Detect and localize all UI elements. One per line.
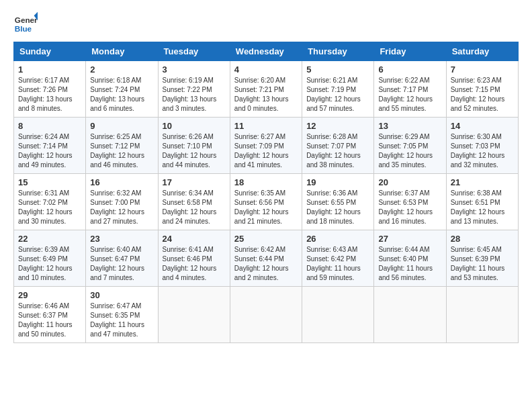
- day-number: 18: [234, 177, 298, 187]
- day-info: Sunrise: 6:17 AMSunset: 7:26 PMDaylight:…: [18, 77, 73, 112]
- calendar-week-row: 15 Sunrise: 6:31 AMSunset: 7:02 PMDaylig…: [14, 174, 519, 230]
- day-number: 19: [306, 177, 369, 187]
- day-info: Sunrise: 6:43 AMSunset: 6:42 PMDaylight:…: [306, 246, 361, 281]
- calendar-day-cell: 9 Sunrise: 6:25 AMSunset: 7:12 PMDayligh…: [86, 118, 158, 174]
- day-info: Sunrise: 6:20 AMSunset: 7:21 PMDaylight:…: [234, 77, 289, 112]
- day-info: Sunrise: 6:29 AMSunset: 7:05 PMDaylight:…: [378, 133, 433, 169]
- day-info: Sunrise: 6:22 AMSunset: 7:17 PMDaylight:…: [378, 77, 433, 112]
- day-info: Sunrise: 6:44 AMSunset: 6:40 PMDaylight:…: [378, 246, 433, 281]
- day-info: Sunrise: 6:31 AMSunset: 7:02 PMDaylight:…: [18, 189, 73, 225]
- calendar-day-cell: 25 Sunrise: 6:42 AMSunset: 6:44 PMDaylig…: [230, 230, 302, 287]
- day-info: Sunrise: 6:42 AMSunset: 6:44 PMDaylight:…: [234, 246, 289, 281]
- calendar-day-cell: 22 Sunrise: 6:39 AMSunset: 6:49 PMDaylig…: [14, 230, 86, 287]
- calendar-day-cell: 8 Sunrise: 6:24 AMSunset: 7:14 PMDayligh…: [14, 118, 86, 174]
- day-info: Sunrise: 6:35 AMSunset: 6:56 PMDaylight:…: [234, 189, 289, 225]
- calendar-day-cell: 15 Sunrise: 6:31 AMSunset: 7:02 PMDaylig…: [14, 174, 86, 230]
- calendar-day-cell: 17 Sunrise: 6:34 AMSunset: 6:58 PMDaylig…: [158, 174, 230, 230]
- calendar-day-cell: 18 Sunrise: 6:35 AMSunset: 6:56 PMDaylig…: [230, 174, 302, 230]
- day-info: Sunrise: 6:28 AMSunset: 7:07 PMDaylight:…: [306, 133, 361, 169]
- day-number: 21: [451, 177, 514, 187]
- day-number: 24: [163, 234, 226, 244]
- calendar-day-cell: [374, 287, 446, 343]
- day-info: Sunrise: 6:27 AMSunset: 7:09 PMDaylight:…: [234, 133, 289, 169]
- day-number: 2: [90, 64, 153, 75]
- calendar-day-cell: 14 Sunrise: 6:30 AMSunset: 7:03 PMDaylig…: [446, 118, 518, 174]
- calendar-day-cell: 30 Sunrise: 6:47 AMSunset: 6:35 PMDaylig…: [86, 287, 158, 343]
- calendar-day-cell: [158, 287, 230, 343]
- calendar-day-cell: 3 Sunrise: 6:19 AMSunset: 7:22 PMDayligh…: [158, 61, 230, 118]
- calendar-week-row: 29 Sunrise: 6:46 AMSunset: 6:37 PMDaylig…: [14, 287, 519, 343]
- day-number: 11: [234, 121, 298, 131]
- day-number: 7: [451, 64, 514, 75]
- weekday-header-saturday: Saturday: [446, 42, 518, 61]
- calendar-week-row: 22 Sunrise: 6:39 AMSunset: 6:49 PMDaylig…: [14, 230, 519, 287]
- day-info: Sunrise: 6:47 AMSunset: 6:35 PMDaylight:…: [90, 302, 144, 338]
- day-info: Sunrise: 6:38 AMSunset: 6:51 PMDaylight:…: [451, 189, 505, 225]
- calendar-header-row: SundayMondayTuesdayWednesdayThursdayFrid…: [14, 42, 519, 61]
- calendar-week-row: 1 Sunrise: 6:17 AMSunset: 7:26 PMDayligh…: [14, 61, 519, 118]
- day-info: Sunrise: 6:26 AMSunset: 7:10 PMDaylight:…: [163, 133, 217, 169]
- day-number: 20: [378, 177, 441, 187]
- day-number: 9: [90, 121, 153, 131]
- day-info: Sunrise: 6:36 AMSunset: 6:55 PMDaylight:…: [306, 189, 361, 225]
- calendar-day-cell: 5 Sunrise: 6:21 AMSunset: 7:19 PMDayligh…: [302, 61, 374, 118]
- day-info: Sunrise: 6:39 AMSunset: 6:49 PMDaylight:…: [18, 246, 73, 281]
- day-info: Sunrise: 6:34 AMSunset: 6:58 PMDaylight:…: [163, 189, 217, 225]
- logo: General Blue: [13, 11, 38, 35]
- calendar-day-cell: 26 Sunrise: 6:43 AMSunset: 6:42 PMDaylig…: [302, 230, 374, 287]
- day-info: Sunrise: 6:46 AMSunset: 6:37 PMDaylight:…: [18, 302, 73, 338]
- day-number: 23: [90, 234, 153, 244]
- day-number: 17: [163, 177, 226, 187]
- weekday-header-friday: Friday: [374, 42, 446, 61]
- day-number: 22: [18, 234, 81, 244]
- svg-text:General: General: [15, 15, 38, 24]
- weekday-header-thursday: Thursday: [302, 42, 374, 61]
- calendar-day-cell: 27 Sunrise: 6:44 AMSunset: 6:40 PMDaylig…: [374, 230, 446, 287]
- day-number: 27: [378, 234, 441, 244]
- calendar-day-cell: 20 Sunrise: 6:37 AMSunset: 6:53 PMDaylig…: [374, 174, 446, 230]
- calendar-table: SundayMondayTuesdayWednesdayThursdayFrid…: [13, 42, 519, 343]
- calendar-day-cell: 29 Sunrise: 6:46 AMSunset: 6:37 PMDaylig…: [14, 287, 86, 343]
- calendar-day-cell: 1 Sunrise: 6:17 AMSunset: 7:26 PMDayligh…: [14, 61, 86, 118]
- day-number: 29: [18, 290, 81, 300]
- day-number: 8: [18, 121, 81, 131]
- day-info: Sunrise: 6:25 AMSunset: 7:12 PMDaylight:…: [90, 133, 144, 169]
- calendar-day-cell: 13 Sunrise: 6:29 AMSunset: 7:05 PMDaylig…: [374, 118, 446, 174]
- day-number: 16: [90, 177, 153, 187]
- weekday-header-tuesday: Tuesday: [158, 42, 230, 61]
- day-number: 30: [90, 290, 153, 300]
- day-number: 1: [18, 64, 81, 75]
- calendar-day-cell: 28 Sunrise: 6:45 AMSunset: 6:39 PMDaylig…: [446, 230, 518, 287]
- day-info: Sunrise: 6:30 AMSunset: 7:03 PMDaylight:…: [451, 133, 505, 169]
- weekday-header-wednesday: Wednesday: [230, 42, 302, 61]
- day-info: Sunrise: 6:41 AMSunset: 6:46 PMDaylight:…: [163, 246, 217, 281]
- day-info: Sunrise: 6:21 AMSunset: 7:19 PMDaylight:…: [306, 77, 361, 112]
- calendar-day-cell: [230, 287, 302, 343]
- day-info: Sunrise: 6:32 AMSunset: 7:00 PMDaylight:…: [90, 189, 144, 225]
- day-number: 6: [378, 64, 441, 75]
- calendar-day-cell: 24 Sunrise: 6:41 AMSunset: 6:46 PMDaylig…: [158, 230, 230, 287]
- calendar-day-cell: 23 Sunrise: 6:40 AMSunset: 6:47 PMDaylig…: [86, 230, 158, 287]
- day-number: 28: [451, 234, 514, 244]
- day-number: 12: [306, 121, 369, 131]
- day-info: Sunrise: 6:45 AMSunset: 6:39 PMDaylight:…: [451, 246, 505, 281]
- calendar-day-cell: 10 Sunrise: 6:26 AMSunset: 7:10 PMDaylig…: [158, 118, 230, 174]
- day-number: 3: [163, 64, 226, 75]
- calendar-day-cell: [302, 287, 374, 343]
- calendar-day-cell: 7 Sunrise: 6:23 AMSunset: 7:15 PMDayligh…: [446, 61, 518, 118]
- logo-icon: General Blue: [13, 11, 38, 35]
- day-info: Sunrise: 6:19 AMSunset: 7:22 PMDaylight:…: [163, 77, 217, 112]
- day-info: Sunrise: 6:18 AMSunset: 7:24 PMDaylight:…: [90, 77, 144, 112]
- calendar-day-cell: 4 Sunrise: 6:20 AMSunset: 7:21 PMDayligh…: [230, 61, 302, 118]
- calendar-day-cell: 21 Sunrise: 6:38 AMSunset: 6:51 PMDaylig…: [446, 174, 518, 230]
- day-number: 25: [234, 234, 298, 244]
- calendar-day-cell: 19 Sunrise: 6:36 AMSunset: 6:55 PMDaylig…: [302, 174, 374, 230]
- calendar-day-cell: 11 Sunrise: 6:27 AMSunset: 7:09 PMDaylig…: [230, 118, 302, 174]
- svg-text:Blue: Blue: [15, 24, 32, 33]
- day-number: 5: [306, 64, 369, 75]
- page-header: General Blue: [13, 11, 519, 35]
- calendar-day-cell: 6 Sunrise: 6:22 AMSunset: 7:17 PMDayligh…: [374, 61, 446, 118]
- weekday-header-monday: Monday: [86, 42, 158, 61]
- day-number: 4: [234, 64, 298, 75]
- day-number: 14: [451, 121, 514, 131]
